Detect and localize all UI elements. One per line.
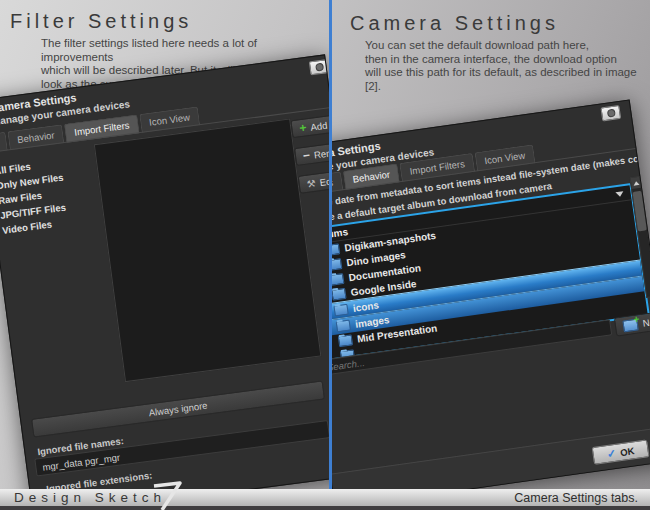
filter-preview-area: [94, 118, 322, 382]
filter-type-list: All Files Only New Files Raw Files JPG/T…: [0, 155, 70, 238]
edit-button[interactable]: ⚒ Edit: [298, 165, 329, 194]
remove-button[interactable]: − Remove: [294, 137, 329, 166]
footer-dark-strip: [0, 506, 650, 510]
check-icon: ✓: [606, 446, 617, 460]
page-background: { "divider_color": "#3e7fd2", "left": { …: [0, 0, 650, 510]
minus-icon: −: [302, 150, 310, 161]
add-button-label: Add: [310, 119, 328, 132]
footer-left-label: Design Sketch: [14, 490, 166, 505]
wrench-icon: ⚒: [306, 177, 316, 189]
filter-settings-mockup-window: Camera Settings Manage your camera devic…: [0, 54, 329, 489]
album-label: icons: [352, 299, 379, 314]
left-panel: Filter Settings The filter settings list…: [0, 0, 329, 489]
plus-icon: +: [299, 122, 307, 133]
camera-icon: [309, 59, 329, 75]
camera-settings-mockup-window: Camera Settings Manage your camera devic…: [332, 99, 650, 489]
new-folder-icon: [622, 318, 639, 332]
tab-devices[interactable]: Devices: [0, 132, 8, 158]
ok-button-label: OK: [619, 445, 635, 458]
folder-icon: [333, 304, 348, 317]
page-title: Filter Settings: [10, 10, 192, 33]
footer-right-label: Camera Settings tabs.: [514, 491, 638, 505]
tab-import-filters[interactable]: Import Filters: [64, 114, 139, 142]
right-panel: Camera Settings You can set the default …: [332, 0, 650, 489]
edit-button-label: Edit: [319, 175, 329, 188]
camera-icon: [600, 105, 621, 122]
folder-icon: [332, 258, 342, 271]
footer-bar: Design Sketch Camera Settings tabs.: [0, 489, 650, 506]
folder-icon: [332, 243, 340, 256]
folder-icon: [338, 334, 353, 347]
add-button[interactable]: + Add: [290, 109, 329, 138]
divider-line: [329, 0, 332, 489]
page-title: Camera Settings: [350, 12, 559, 35]
scroll-up-icon[interactable]: [631, 177, 641, 189]
folder-icon: [332, 288, 347, 301]
folder-icon: [332, 273, 345, 286]
remove-button-label: Remove: [313, 145, 329, 161]
folder-icon: [336, 320, 351, 333]
new-album-label: New Album: [642, 311, 650, 329]
panel-description: You can set the default download path he…: [365, 39, 650, 93]
